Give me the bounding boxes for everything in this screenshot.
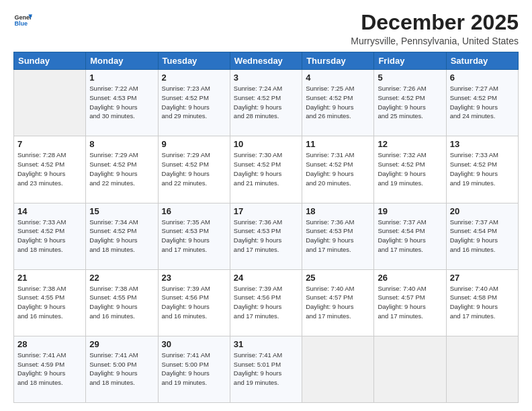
calendar-cell: 29Sunrise: 7:41 AM Sunset: 5:00 PM Dayli… xyxy=(86,336,158,402)
calendar-cell: 24Sunrise: 7:39 AM Sunset: 4:56 PM Dayli… xyxy=(230,269,302,336)
calendar-cell xyxy=(374,336,446,402)
day-number: 9 xyxy=(162,139,226,149)
week-row: 7Sunrise: 7:28 AM Sunset: 4:52 PM Daylig… xyxy=(14,136,519,203)
day-info: Sunrise: 7:36 AM Sunset: 4:53 PM Dayligh… xyxy=(306,218,370,255)
calendar-cell: 12Sunrise: 7:32 AM Sunset: 4:52 PM Dayli… xyxy=(374,136,446,203)
header-cell-saturday: Saturday xyxy=(446,52,518,70)
day-info: Sunrise: 7:22 AM Sunset: 4:53 PM Dayligh… xyxy=(89,84,154,121)
day-number: 12 xyxy=(378,139,442,149)
header-row: SundayMondayTuesdayWednesdayThursdayFrid… xyxy=(14,52,519,70)
day-info: Sunrise: 7:33 AM Sunset: 4:52 PM Dayligh… xyxy=(450,150,515,187)
calendar-table: SundayMondayTuesdayWednesdayThursdayFrid… xyxy=(13,52,519,403)
week-row: 21Sunrise: 7:38 AM Sunset: 4:55 PM Dayli… xyxy=(14,269,519,336)
page: General Blue December 2025 Murrysville, … xyxy=(0,0,532,411)
day-info: Sunrise: 7:36 AM Sunset: 4:53 PM Dayligh… xyxy=(234,218,298,255)
title-block: December 2025 Murrysville, Pennsylvania,… xyxy=(351,11,519,46)
day-number: 22 xyxy=(89,273,154,283)
calendar-cell: 8Sunrise: 7:29 AM Sunset: 4:52 PM Daylig… xyxy=(86,136,158,203)
calendar-cell: 22Sunrise: 7:38 AM Sunset: 4:55 PM Dayli… xyxy=(86,269,158,336)
day-number: 13 xyxy=(450,139,515,149)
day-info: Sunrise: 7:29 AM Sunset: 4:52 PM Dayligh… xyxy=(89,150,154,187)
day-info: Sunrise: 7:38 AM Sunset: 4:55 PM Dayligh… xyxy=(89,284,154,321)
day-number: 30 xyxy=(162,339,226,349)
day-info: Sunrise: 7:41 AM Sunset: 5:00 PM Dayligh… xyxy=(89,351,154,387)
day-info: Sunrise: 7:39 AM Sunset: 4:56 PM Dayligh… xyxy=(234,284,298,321)
day-info: Sunrise: 7:40 AM Sunset: 4:57 PM Dayligh… xyxy=(378,284,442,321)
day-info: Sunrise: 7:37 AM Sunset: 4:54 PM Dayligh… xyxy=(378,218,442,255)
calendar-cell: 1Sunrise: 7:22 AM Sunset: 4:53 PM Daylig… xyxy=(86,70,158,136)
day-number: 7 xyxy=(17,139,82,149)
day-info: Sunrise: 7:39 AM Sunset: 4:56 PM Dayligh… xyxy=(162,284,226,321)
calendar-cell: 30Sunrise: 7:41 AM Sunset: 5:00 PM Dayli… xyxy=(158,336,230,402)
day-number: 3 xyxy=(234,73,298,83)
day-number: 16 xyxy=(162,206,226,216)
day-number: 20 xyxy=(450,206,515,216)
day-number: 18 xyxy=(306,206,370,216)
day-info: Sunrise: 7:31 AM Sunset: 4:52 PM Dayligh… xyxy=(306,150,370,187)
day-info: Sunrise: 7:41 AM Sunset: 5:01 PM Dayligh… xyxy=(234,351,298,387)
week-row: 28Sunrise: 7:41 AM Sunset: 4:59 PM Dayli… xyxy=(14,336,519,402)
day-info: Sunrise: 7:23 AM Sunset: 4:52 PM Dayligh… xyxy=(162,84,226,121)
calendar-cell xyxy=(302,336,374,402)
calendar-cell: 21Sunrise: 7:38 AM Sunset: 4:55 PM Dayli… xyxy=(14,269,86,336)
main-title: December 2025 xyxy=(351,11,519,34)
calendar-cell: 10Sunrise: 7:30 AM Sunset: 4:52 PM Dayli… xyxy=(230,136,302,203)
day-number: 15 xyxy=(89,206,154,216)
calendar-cell: 16Sunrise: 7:35 AM Sunset: 4:53 PM Dayli… xyxy=(158,203,230,269)
calendar-body: 1Sunrise: 7:22 AM Sunset: 4:53 PM Daylig… xyxy=(14,70,519,403)
day-info: Sunrise: 7:25 AM Sunset: 4:52 PM Dayligh… xyxy=(306,84,370,121)
calendar-cell: 14Sunrise: 7:33 AM Sunset: 4:52 PM Dayli… xyxy=(14,203,86,269)
header-cell-monday: Monday xyxy=(86,52,158,70)
day-info: Sunrise: 7:35 AM Sunset: 4:53 PM Dayligh… xyxy=(162,218,226,255)
day-number: 11 xyxy=(306,139,370,149)
header: General Blue December 2025 Murrysville, … xyxy=(13,11,519,46)
day-number: 4 xyxy=(306,73,370,83)
calendar-cell: 2Sunrise: 7:23 AM Sunset: 4:52 PM Daylig… xyxy=(158,70,230,136)
day-number: 14 xyxy=(17,206,82,216)
calendar-header: SundayMondayTuesdayWednesdayThursdayFrid… xyxy=(14,52,519,70)
calendar-cell: 27Sunrise: 7:40 AM Sunset: 4:58 PM Dayli… xyxy=(446,269,518,336)
day-number: 6 xyxy=(450,73,515,83)
calendar-cell: 3Sunrise: 7:24 AM Sunset: 4:52 PM Daylig… xyxy=(230,70,302,136)
day-info: Sunrise: 7:24 AM Sunset: 4:52 PM Dayligh… xyxy=(234,84,298,121)
header-cell-wednesday: Wednesday xyxy=(230,52,302,70)
calendar-cell: 5Sunrise: 7:26 AM Sunset: 4:52 PM Daylig… xyxy=(374,70,446,136)
day-info: Sunrise: 7:29 AM Sunset: 4:52 PM Dayligh… xyxy=(162,150,226,187)
calendar-cell: 28Sunrise: 7:41 AM Sunset: 4:59 PM Dayli… xyxy=(14,336,86,402)
day-info: Sunrise: 7:41 AM Sunset: 5:00 PM Dayligh… xyxy=(162,351,226,387)
calendar-cell xyxy=(446,336,518,402)
day-number: 27 xyxy=(450,273,515,283)
calendar-cell: 23Sunrise: 7:39 AM Sunset: 4:56 PM Dayli… xyxy=(158,269,230,336)
logo: General Blue xyxy=(13,11,32,30)
day-info: Sunrise: 7:26 AM Sunset: 4:52 PM Dayligh… xyxy=(378,84,442,121)
day-info: Sunrise: 7:30 AM Sunset: 4:52 PM Dayligh… xyxy=(234,150,298,187)
day-info: Sunrise: 7:40 AM Sunset: 4:58 PM Dayligh… xyxy=(450,284,515,321)
day-number: 5 xyxy=(378,73,442,83)
calendar-cell: 17Sunrise: 7:36 AM Sunset: 4:53 PM Dayli… xyxy=(230,203,302,269)
day-number: 8 xyxy=(89,139,154,149)
calendar-cell: 20Sunrise: 7:37 AM Sunset: 4:54 PM Dayli… xyxy=(446,203,518,269)
calendar-cell: 7Sunrise: 7:28 AM Sunset: 4:52 PM Daylig… xyxy=(14,136,86,203)
day-info: Sunrise: 7:38 AM Sunset: 4:55 PM Dayligh… xyxy=(17,284,82,321)
header-cell-friday: Friday xyxy=(374,52,446,70)
subtitle: Murrysville, Pennsylvania, United States xyxy=(351,36,519,46)
calendar-cell xyxy=(14,70,86,136)
day-number: 21 xyxy=(17,273,82,283)
calendar-cell: 18Sunrise: 7:36 AM Sunset: 4:53 PM Dayli… xyxy=(302,203,374,269)
header-cell-thursday: Thursday xyxy=(302,52,374,70)
day-number: 28 xyxy=(17,339,82,349)
calendar-cell: 6Sunrise: 7:27 AM Sunset: 4:52 PM Daylig… xyxy=(446,70,518,136)
day-number: 19 xyxy=(378,206,442,216)
week-row: 14Sunrise: 7:33 AM Sunset: 4:52 PM Dayli… xyxy=(14,203,519,269)
day-number: 1 xyxy=(89,73,154,83)
header-cell-tuesday: Tuesday xyxy=(158,52,230,70)
day-number: 10 xyxy=(234,139,298,149)
day-info: Sunrise: 7:33 AM Sunset: 4:52 PM Dayligh… xyxy=(17,218,82,255)
day-info: Sunrise: 7:37 AM Sunset: 4:54 PM Dayligh… xyxy=(450,218,515,255)
day-info: Sunrise: 7:28 AM Sunset: 4:52 PM Dayligh… xyxy=(17,150,82,187)
day-number: 2 xyxy=(162,73,226,83)
day-info: Sunrise: 7:27 AM Sunset: 4:52 PM Dayligh… xyxy=(450,84,515,121)
day-number: 25 xyxy=(306,273,370,283)
logo-icon: General Blue xyxy=(13,11,32,30)
week-row: 1Sunrise: 7:22 AM Sunset: 4:53 PM Daylig… xyxy=(14,70,519,136)
